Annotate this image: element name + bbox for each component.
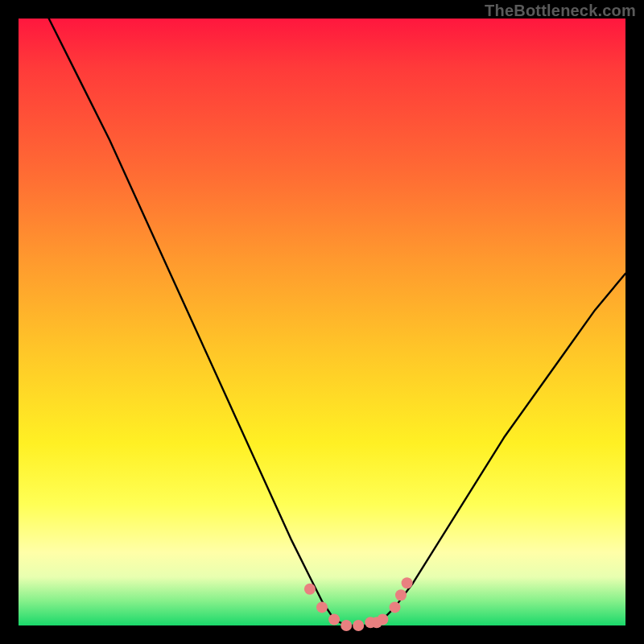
chart-frame: TheBottleneck.com xyxy=(0,0,644,644)
marker-point xyxy=(353,620,364,631)
chart-svg xyxy=(19,19,625,625)
marker-point xyxy=(377,614,388,625)
marker-point xyxy=(328,614,340,625)
bottleneck-curve xyxy=(49,19,625,625)
marker-point xyxy=(341,620,352,631)
marker-point xyxy=(395,589,407,601)
marker-point xyxy=(316,601,328,613)
marker-point xyxy=(390,601,401,613)
marker-point xyxy=(304,584,316,595)
marker-point xyxy=(402,577,413,588)
highlight-markers xyxy=(304,577,413,631)
watermark-text: TheBottleneck.com xyxy=(485,2,636,20)
